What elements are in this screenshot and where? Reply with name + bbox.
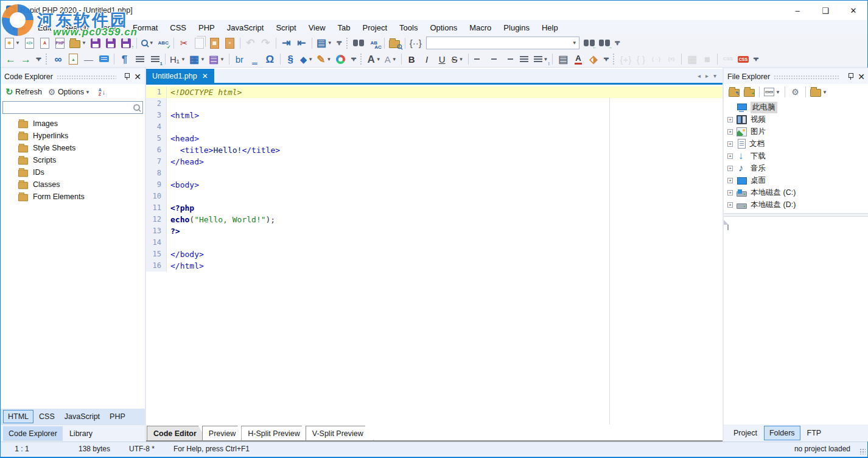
fe-tree-item[interactable]: +视频 <box>724 113 868 125</box>
tag-button[interactable]: ◆▼ <box>299 52 314 66</box>
code-line[interactable]: 3<html> <box>146 110 723 121</box>
expand-icon[interactable]: + <box>727 178 733 183</box>
insert-image-button[interactable]: ▲ <box>66 52 80 66</box>
fe-item-label[interactable]: 本地磁盘 (C:) <box>751 188 796 198</box>
open-file-button[interactable]: ▼ <box>68 36 88 50</box>
menu-item-search[interactable]: Search <box>57 21 94 34</box>
tab-project[interactable]: Project <box>729 426 762 440</box>
menu-item-format[interactable]: Format <box>127 21 164 34</box>
expand-icon[interactable]: + <box>727 166 733 171</box>
tab-h-split-preview[interactable]: H-Split Preview <box>241 426 310 440</box>
toolbar-overflow-icon[interactable]: ▬▼ <box>614 36 621 50</box>
copy-button[interactable] <box>192 36 206 50</box>
code-editor[interactable]: 1<!DOCTYPE html>23<html>45<head>6 <title… <box>146 86 723 425</box>
paragraph-button[interactable]: ¶ <box>117 52 131 66</box>
fe-item-label[interactable]: 音乐 <box>751 163 766 174</box>
tree-item-classes[interactable]: Classes <box>1 178 145 191</box>
fe-tree-item[interactable]: +图片 <box>724 125 868 138</box>
tree-item-style-sheets[interactable]: Style Sheets <box>1 142 145 154</box>
expand-icon[interactable]: + <box>727 129 733 135</box>
font-color-button[interactable]: A <box>571 52 585 66</box>
menu-item-css[interactable]: CSS <box>164 21 192 34</box>
spell-check-button[interactable]: ABC✓ <box>156 36 170 50</box>
bold-button[interactable]: B <box>405 52 419 66</box>
chevron-down-icon[interactable]: ▼ <box>376 57 381 62</box>
increase-font-button[interactable]: A▼ <box>366 52 382 66</box>
menu-item-options[interactable]: Options <box>424 21 463 34</box>
script-button[interactable]: § <box>284 52 298 66</box>
fe-item-label[interactable]: 此电脑 <box>751 102 777 113</box>
tree-item-scripts[interactable]: Scripts <box>1 154 145 166</box>
expand-icon[interactable]: + <box>727 153 733 159</box>
tab-php[interactable]: PHP <box>105 410 130 423</box>
chevron-down-icon[interactable]: ▼ <box>572 40 577 46</box>
remove-style-button[interactable]: {x} <box>664 52 678 66</box>
tab-code-explorer[interactable]: Code Explorer <box>3 426 63 441</box>
chevron-down-icon[interactable]: ▼ <box>327 40 332 46</box>
tab-preview[interactable]: Preview <box>202 426 246 440</box>
highlight-color-button[interactable]: ⬗ <box>586 52 600 66</box>
menu-item-macro[interactable]: Macro <box>463 21 497 34</box>
tree-item-form-elements[interactable]: Form Elements <box>1 191 145 203</box>
code-line[interactable]: 14 <box>146 237 723 248</box>
form-button[interactable]: ▤▼ <box>208 52 226 66</box>
refresh-button[interactable]: ↻ Refresh <box>4 86 43 99</box>
edit-style-button[interactable]: { } <box>634 52 648 66</box>
undo-button[interactable]: ↶ <box>243 36 257 50</box>
code-line[interactable]: 2 <box>146 98 723 110</box>
fe-item-label[interactable]: 文档 <box>749 139 765 149</box>
find-in-document-button[interactable] <box>352 36 366 50</box>
justify-button[interactable] <box>517 52 531 66</box>
chevron-down-icon[interactable]: ▼ <box>82 40 86 46</box>
folder-up-button[interactable]: ↰ <box>727 85 741 99</box>
menu-item-insert[interactable]: Insert <box>95 21 127 34</box>
tab-scroll-left-icon[interactable]: ◂ <box>698 72 701 79</box>
new-style-button[interactable]: {+} <box>618 52 632 66</box>
horizontal-rule-button[interactable]: — <box>82 52 96 66</box>
new-php-file-button[interactable]: PHP <box>53 36 67 50</box>
new-document-button[interactable]: ✱▼ <box>4 36 21 50</box>
cut-button[interactable]: ✂ <box>177 36 191 50</box>
comment-button[interactable] <box>97 52 111 66</box>
fe-tree-item[interactable]: +桌面 <box>724 174 868 186</box>
tab-ftp[interactable]: FTP <box>802 426 827 440</box>
fe-tree-item[interactable]: +下载 <box>724 150 868 162</box>
code-line[interactable]: 6 <title>Hello!</title> <box>146 144 723 156</box>
tab-v-split-preview[interactable]: V-Split Preview <box>306 426 374 440</box>
sort-az-button[interactable]: AZ↓ <box>95 86 109 99</box>
align-left-button[interactable] <box>472 52 486 66</box>
find-in-files-button[interactable] <box>388 36 402 50</box>
underline-button[interactable]: U <box>435 52 449 66</box>
close-button[interactable]: ✕ <box>839 1 867 20</box>
code-line[interactable]: 5<head> <box>146 133 723 144</box>
tab-close-icon[interactable]: ✕ <box>202 72 208 80</box>
regex-button[interactable]: {··} <box>408 36 423 50</box>
non-breaking-space-button[interactable]: ‗ <box>248 52 262 66</box>
indent-button[interactable]: ⇥ <box>279 36 293 50</box>
menu-item-tab[interactable]: Tab <box>332 21 357 34</box>
code-line[interactable]: 16</html> <box>146 260 723 272</box>
table-button[interactable]: ▦▼ <box>188 52 206 66</box>
special-character-button[interactable]: Ω <box>263 52 277 66</box>
block-button[interactable]: ■ <box>700 52 714 66</box>
tree-item-ids[interactable]: IDs <box>1 166 145 178</box>
css-disabled-button[interactable]: CSS <box>721 52 735 66</box>
align-center-button[interactable] <box>487 52 501 66</box>
menu-item-tools[interactable]: Tools <box>393 21 424 34</box>
chevron-down-icon[interactable]: ▼ <box>220 57 225 62</box>
strikethrough-button[interactable]: S▼ <box>450 52 465 66</box>
document-tab[interactable]: Untitled1.php ✕ <box>146 69 214 83</box>
chevron-down-icon[interactable]: ▼ <box>459 57 464 62</box>
fe-item-label[interactable]: 图片 <box>751 127 766 137</box>
heading-button[interactable]: H₁▼ <box>169 52 187 66</box>
tab-scroll-right-icon[interactable]: ▸ <box>705 72 709 79</box>
expand-icon[interactable]: + <box>727 141 733 147</box>
menu-item-view[interactable]: View <box>303 21 332 34</box>
fe-tree-item[interactable]: +音乐 <box>724 162 868 174</box>
tab-html[interactable]: HTML <box>3 410 33 423</box>
search-text-input[interactable] <box>427 37 571 49</box>
pin-icon[interactable] <box>124 73 130 80</box>
numbered-list-button[interactable]: 1 <box>148 52 162 66</box>
fe-tree-item[interactable]: +本地磁盘 (D:) <box>724 199 868 211</box>
clipboard-button[interactable]: ≡ <box>223 36 237 50</box>
